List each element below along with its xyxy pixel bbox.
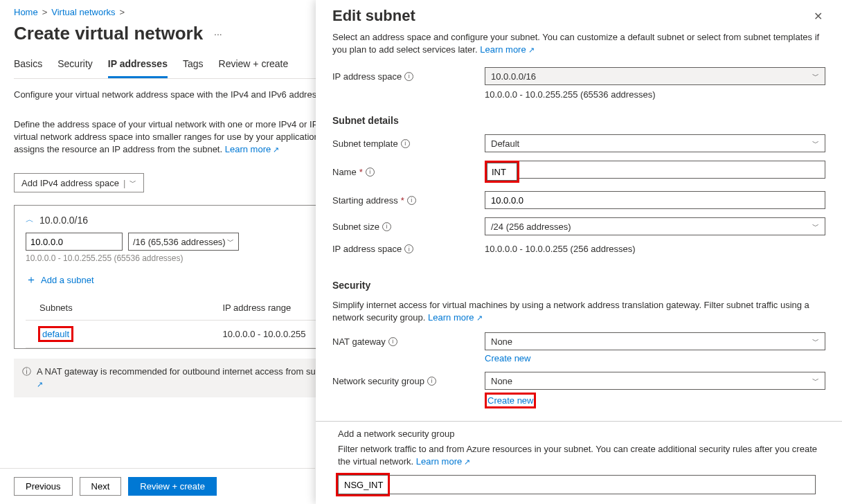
review-create-button[interactable]: Review + create (128, 477, 217, 496)
section-security: Security (332, 280, 825, 291)
security-desc: Simplify internet access for virtual mac… (332, 300, 809, 323)
subnet-default-link[interactable]: default (39, 327, 72, 341)
next-button[interactable]: Next (80, 477, 122, 496)
previous-button[interactable]: Previous (14, 477, 73, 496)
divider-icon: | (123, 178, 125, 188)
template-label: Subnet template (332, 138, 398, 149)
add-ipv4-space-button[interactable]: Add IPv4 address space | ﹀ (14, 173, 144, 192)
nsg-select[interactable]: None ﹀ (485, 372, 825, 390)
subnet-template-select[interactable]: Default ﹀ (485, 134, 825, 152)
info-icon[interactable]: i (407, 196, 416, 205)
security-learn-more-link[interactable]: Learn more (428, 312, 483, 323)
nsg-name-input[interactable] (338, 475, 816, 494)
ip-space-range-text: 10.0.0.0 - 10.0.255.255 (65536 addresses… (485, 89, 825, 100)
nat-gateway-label: NAT gateway (332, 336, 386, 347)
starting-address-label: Starting address (332, 195, 398, 206)
chevron-down-icon: ﹀ (812, 71, 819, 81)
chevron-right-icon: > (120, 7, 125, 17)
address-prefix-input[interactable] (26, 233, 123, 251)
subnet-size-value: /24 (256 addresses) (491, 222, 571, 232)
nat-gateway-select[interactable]: None ﹀ (485, 332, 825, 350)
chevron-up-icon[interactable]: ︿ (26, 214, 34, 226)
add-nsg-title: Add a network security group (338, 429, 825, 439)
add-nsg-section: Add a network security group Filter netw… (316, 421, 842, 504)
info-icon[interactable]: i (388, 337, 397, 346)
ip-space-calc-label: IP address space (332, 244, 402, 254)
tab-review-create[interactable]: Review + create (219, 53, 289, 78)
chevron-down-icon: ﹀ (812, 376, 819, 386)
panel-desc: Select an address space and configure yo… (332, 32, 819, 55)
nat-gateway-value: None (491, 336, 512, 347)
ip-desc-2b: virtual network address space into small… (14, 132, 347, 142)
wizard-footer: Previous Next Review + create (0, 468, 315, 504)
nsg-create-new-link[interactable]: Create new (487, 395, 533, 406)
chevron-down-icon: ﹀ (812, 138, 819, 148)
edit-subnet-panel: Edit subnet ✕ Select an address space an… (316, 0, 842, 504)
breadcrumb-vnets[interactable]: Virtual networks (51, 7, 115, 17)
starting-address-input[interactable] (485, 191, 825, 209)
add-subnet-label: Add a subnet (41, 275, 94, 285)
subnet-name-input-rest[interactable] (519, 161, 825, 179)
nat-info-ext-icon[interactable]: ↗ (37, 380, 43, 388)
tab-security[interactable]: Security (57, 53, 93, 78)
subnet-size-label: Subnet size (332, 222, 379, 232)
tab-basics[interactable]: Basics (14, 53, 42, 78)
subnet-size-select[interactable]: /24 (256 addresses) ﹀ (485, 217, 825, 235)
add-nsg-learn-more-link[interactable]: Learn more (416, 456, 471, 467)
required-indicator: * (401, 195, 404, 206)
ip-space-label: IP address space (332, 71, 402, 82)
tab-ip-addresses[interactable]: IP addresses (108, 53, 168, 78)
more-actions-button[interactable]: ··· (210, 26, 226, 42)
close-icon[interactable]: ✕ (811, 7, 825, 26)
panel-learn-more-link[interactable]: Learn more (480, 44, 535, 55)
address-mask-value: /16 (65,536 addresses) (133, 237, 226, 247)
add-ipv4-space-label: Add IPv4 address space (21, 178, 119, 188)
plus-icon: ＋ (26, 273, 37, 287)
learn-more-link[interactable]: Learn more (225, 144, 280, 154)
add-nsg-desc: Filter network traffic to and from Azure… (338, 444, 817, 467)
subnet-template-value: Default (491, 138, 519, 149)
subnet-name-input[interactable] (487, 163, 517, 181)
section-subnet-details: Subnet details (332, 115, 825, 126)
info-icon[interactable]: i (404, 72, 413, 81)
chevron-down-icon: ﹀ (812, 336, 819, 346)
info-icon[interactable]: i (382, 222, 391, 231)
address-mask-select[interactable]: /16 (65,536 addresses) ﹀ (128, 233, 239, 251)
tab-tags[interactable]: Tags (183, 53, 204, 78)
name-label: Name (332, 167, 357, 177)
chevron-down-icon: ﹀ (227, 237, 234, 246)
required-indicator: * (359, 167, 363, 177)
nsg-value: None (491, 376, 512, 386)
nat-create-new-link[interactable]: Create new (485, 353, 530, 363)
chevron-right-icon: > (42, 7, 48, 17)
col-subnets: Subnets (26, 296, 218, 321)
info-icon[interactable]: i (366, 168, 375, 177)
chevron-down-icon: ﹀ (812, 222, 819, 231)
chevron-down-icon: ﹀ (129, 178, 136, 188)
info-icon[interactable]: i (401, 139, 410, 148)
info-icon[interactable]: i (404, 244, 413, 253)
info-icon: ⓘ (22, 366, 31, 378)
ip-space-value: 10.0.0.0/16 (491, 71, 536, 82)
breadcrumb-home[interactable]: Home (14, 7, 38, 17)
info-icon[interactable]: i (427, 377, 436, 386)
ip-space-select[interactable]: 10.0.0.0/16 ﹀ (485, 67, 825, 85)
ip-desc-2c: assigns the resource an IP address from … (14, 144, 222, 154)
ip-space-calc-value: 10.0.0.0 - 10.0.0.255 (256 addresses) (485, 244, 825, 254)
ip-desc-2a: Define the address space of your virtual… (14, 119, 345, 129)
panel-title: Edit subnet (332, 7, 415, 25)
page-title: Create virtual network (14, 23, 203, 44)
address-space-cidr: 10.0.0.0/16 (39, 215, 88, 226)
nsg-label: Network security group (332, 376, 424, 386)
